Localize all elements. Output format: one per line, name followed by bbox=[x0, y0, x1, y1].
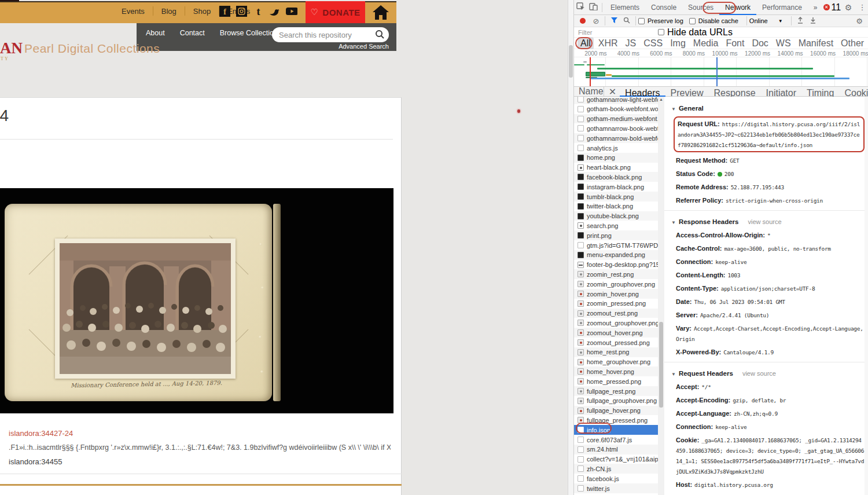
filter-pill-media[interactable]: Media bbox=[690, 37, 722, 50]
site-logo[interactable]: AN bbox=[0, 39, 23, 57]
islandora-id-link[interactable]: islandora:34427-24 bbox=[9, 429, 73, 438]
network-row-heart-black-png[interactable]: heart-black.png bbox=[574, 163, 658, 173]
network-row-print-png[interactable]: print.png bbox=[574, 230, 658, 240]
network-row-zoomout-grouphover-png[interactable]: zoomout_grouphover.png bbox=[574, 318, 658, 328]
network-row-gotham-medium-webfont-wo[interactable]: gotham-medium-webfont.wo bbox=[574, 114, 658, 124]
network-row-fullpage-rest-png[interactable]: fullpage_rest.png bbox=[574, 386, 658, 396]
export-har-icon[interactable] bbox=[807, 17, 819, 25]
device-toolbar-icon[interactable] bbox=[587, 2, 599, 13]
disable-cache-checkbox[interactable]: Disable cache bbox=[689, 17, 738, 24]
import-har-icon[interactable] bbox=[794, 17, 807, 25]
filter-pill-img[interactable]: Img bbox=[667, 37, 689, 50]
image-viewer[interactable]: Missionary Conference held at ..., Aug 1… bbox=[0, 188, 393, 413]
network-row-fullpage-pressed-png[interactable]: fullpage_pressed.png bbox=[574, 415, 658, 425]
kebab-menu-icon[interactable]: ⋮ bbox=[856, 3, 868, 12]
network-request-list[interactable]: gothamnarrow-light-webfont.gotham-book-w… bbox=[574, 97, 664, 495]
filter-pill-other[interactable]: Other bbox=[838, 37, 867, 50]
filter-pill-css[interactable]: CSS bbox=[641, 37, 665, 50]
throttling-dropdown[interactable]: Online▼ bbox=[749, 17, 783, 24]
network-row-facebook-black-png[interactable]: facebook-black.png bbox=[574, 172, 658, 182]
filter-pill-js[interactable]: JS bbox=[623, 37, 639, 50]
detail-pane-scrollbar[interactable] bbox=[865, 97, 868, 495]
network-row-instagram-black-png[interactable]: instagram-black.png bbox=[574, 182, 658, 192]
network-row-info-json[interactable]: info.json bbox=[574, 425, 658, 435]
network-filter-input[interactable] bbox=[578, 29, 653, 36]
devtools-tab-performance[interactable]: Performance bbox=[756, 0, 808, 15]
view-source-link[interactable]: view source bbox=[742, 370, 776, 377]
view-source-link[interactable]: view source bbox=[748, 218, 781, 225]
detail-tab-initiator[interactable]: Initiator bbox=[761, 87, 801, 97]
browser-scrollbar-thumb[interactable] bbox=[569, 45, 573, 78]
network-row-youtube-black-png[interactable]: youtube-black.png bbox=[574, 211, 658, 221]
network-row-gtm-js-id-gtm-t76wpdt[interactable]: gtm.js?id=GTM-T76WPDT bbox=[574, 240, 658, 250]
hide-data-urls-checkbox[interactable]: Hide data URLs bbox=[658, 27, 733, 38]
request-list-scrollbar[interactable] bbox=[658, 97, 664, 495]
error-badge[interactable]: ✕ 11 bbox=[823, 2, 841, 13]
network-row-home-png[interactable]: home.png bbox=[574, 153, 658, 163]
filter-funnel-icon[interactable] bbox=[608, 17, 620, 25]
nav-link-about[interactable]: About bbox=[146, 29, 165, 37]
scroll-up-arrow-icon[interactable]: ▲ bbox=[659, 97, 663, 101]
twitter-icon[interactable] bbox=[269, 5, 281, 17]
network-row-zoomout-pressed-png[interactable]: zoomout_pressed.png bbox=[574, 338, 658, 347]
network-row-zoomin-grouphover-png[interactable]: zoomin_grouphover.png bbox=[574, 279, 658, 289]
request-list-scrollbar-thumb[interactable] bbox=[659, 322, 663, 408]
home-button[interactable] bbox=[365, 1, 396, 23]
filter-pill-manifest[interactable]: Manifest bbox=[796, 37, 836, 50]
section-title-general[interactable]: ▼General bbox=[671, 102, 865, 113]
network-search-icon[interactable] bbox=[620, 17, 633, 25]
devtools-tab-network[interactable]: Network bbox=[719, 0, 756, 15]
network-row-zoomout-hover-png[interactable]: zoomout_hover.png bbox=[574, 328, 658, 338]
instagram-icon[interactable] bbox=[236, 5, 247, 17]
network-settings-gear-icon[interactable]: ⚙ bbox=[853, 17, 866, 25]
close-detail-icon[interactable]: ✕ bbox=[604, 86, 620, 97]
network-row-zoomout-rest-png[interactable]: zoomout_rest.png bbox=[574, 309, 658, 318]
search-input[interactable] bbox=[272, 27, 389, 42]
devtools-tab-console[interactable]: Console bbox=[645, 0, 682, 15]
network-row-collect-v-1-v-j101-aip-1[interactable]: collect?v=1&_v=j101&aip=1.. bbox=[574, 454, 658, 464]
record-button[interactable] bbox=[580, 18, 586, 24]
topbar-link-blog[interactable]: Blog bbox=[153, 7, 185, 16]
network-row-home-rest-png[interactable]: home_rest.png bbox=[574, 347, 658, 357]
detail-tab-headers[interactable]: Headers bbox=[620, 87, 665, 97]
detail-tab-cookies[interactable]: Cookies bbox=[839, 87, 868, 97]
network-row-core-6f073af7-js[interactable]: core.6f073af7.js bbox=[574, 435, 658, 445]
network-row-zoomin-pressed-png[interactable]: zoomin_pressed.png bbox=[574, 299, 658, 309]
section-title-response-headers[interactable]: ▼Response Headersview source bbox=[671, 216, 865, 226]
detail-tab-response[interactable]: Response bbox=[708, 87, 760, 97]
network-row-gothamnarrow-bold-webfont[interactable]: gothamnarrow-bold-webfont. bbox=[574, 133, 658, 143]
site-title[interactable]: Pearl Digital Collections bbox=[24, 42, 160, 56]
filter-pill-ws[interactable]: WS bbox=[773, 37, 794, 50]
search-icon[interactable] bbox=[375, 30, 385, 42]
network-row-gotham-book-webfont-woff[interactable]: gotham-book-webfont.woff bbox=[574, 104, 658, 114]
network-row-tumblr-black-png[interactable]: tumblr-black.png bbox=[574, 192, 658, 201]
filter-pill-font[interactable]: Font bbox=[723, 37, 747, 50]
clear-icon[interactable]: ⊘ bbox=[590, 17, 602, 25]
network-row-twitter-js[interactable]: twitter.js bbox=[574, 483, 658, 493]
section-title-request-headers[interactable]: ▼Request Headersview source bbox=[671, 368, 865, 378]
devtools-tab-elements[interactable]: Elements bbox=[605, 0, 645, 15]
network-row-analytics-js[interactable]: analytics.js bbox=[574, 143, 658, 153]
network-row-facebook-js[interactable]: facebook.js bbox=[574, 474, 658, 483]
youtube-icon[interactable] bbox=[286, 5, 297, 17]
network-row-fullpage-grouphover-png[interactable]: fullpage_grouphover.png bbox=[574, 396, 658, 406]
network-row-twitter-black-png[interactable]: twitter-black.png bbox=[574, 201, 658, 211]
islandora-parent-id[interactable]: islandora:34455 bbox=[9, 457, 62, 466]
devtools-tab-sources[interactable]: Sources bbox=[682, 0, 719, 15]
network-row-gothamnarrow-light-webfont[interactable]: gothamnarrow-light-webfont. bbox=[574, 97, 658, 104]
tumblr-icon[interactable]: t bbox=[252, 5, 264, 17]
topbar-link-events[interactable]: Events bbox=[113, 7, 153, 16]
advanced-search-link[interactable]: Advanced Search bbox=[273, 43, 389, 50]
network-row-home-grouphover-png[interactable]: home_grouphover.png bbox=[574, 357, 658, 367]
network-row-home-pressed-png[interactable]: home_pressed.png bbox=[574, 376, 658, 386]
detail-tab-preview[interactable]: Preview bbox=[665, 87, 709, 97]
network-row-zh-cn-js[interactable]: zh-CN.js bbox=[574, 464, 658, 474]
filter-pill-doc[interactable]: Doc bbox=[749, 37, 771, 50]
preserve-log-checkbox[interactable]: Preserve log bbox=[638, 17, 683, 24]
settings-gear-icon[interactable]: ⚙ bbox=[842, 3, 855, 12]
name-column-header[interactable]: Name bbox=[574, 86, 604, 97]
network-row-sm-24-html[interactable]: sm.24.html bbox=[574, 445, 658, 454]
topbar-link-shop[interactable]: Shop bbox=[185, 7, 219, 16]
network-row-footer-bg-desktop-png-15002[interactable]: footer-bg-desktop.png?15002 bbox=[574, 260, 658, 270]
network-row-menu-expanded-png[interactable]: menu-expanded.png bbox=[574, 250, 658, 260]
